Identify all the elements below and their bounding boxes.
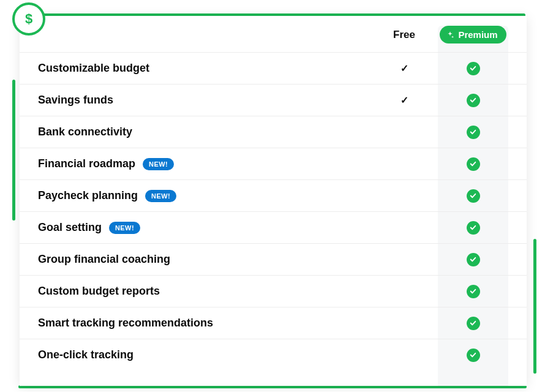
feature-name: Custom budget reports	[38, 285, 370, 298]
feature-name: Bank connectivity	[38, 126, 370, 138]
feature-label: Savings funds	[38, 94, 113, 107]
border-accent-right	[533, 239, 536, 374]
check-circle-icon	[467, 285, 480, 298]
feature-label: Paycheck planning	[38, 189, 138, 202]
feature-label: One-click tracking	[38, 349, 133, 361]
premium-cell	[438, 221, 508, 235]
check-circle-icon	[467, 221, 480, 235]
table-row: Goal settingNEW!	[20, 211, 527, 243]
premium-cell	[438, 285, 508, 298]
premium-cell	[438, 253, 508, 266]
feature-name: Smart tracking recommendations	[38, 317, 370, 330]
check-circle-icon	[467, 349, 480, 362]
feature-name: Savings funds	[38, 94, 370, 107]
premium-column-header: Premium	[438, 26, 508, 43]
premium-cell	[438, 157, 508, 171]
feature-label: Group financial coaching	[38, 253, 170, 266]
feature-name: Paycheck planningNEW!	[38, 189, 370, 202]
table-row: Paycheck planningNEW!	[20, 179, 527, 211]
new-badge: NEW!	[109, 222, 140, 234]
premium-badge-label: Premium	[458, 29, 497, 40]
check-icon: ✓	[400, 95, 408, 105]
table-row: One-click tracking	[20, 339, 527, 371]
check-circle-icon	[467, 62, 480, 75]
premium-cell	[438, 317, 508, 330]
feature-name: Financial roadmapNEW!	[38, 157, 370, 170]
table-row: Smart tracking recommendations	[20, 307, 527, 339]
check-circle-icon	[467, 157, 480, 171]
border-accent-left	[12, 80, 15, 221]
table-row: Financial roadmapNEW!	[20, 148, 527, 179]
check-circle-icon	[467, 189, 480, 203]
premium-cell	[438, 349, 508, 362]
table-row: Custom budget reports	[20, 275, 527, 307]
premium-badge: Premium	[440, 26, 506, 43]
feature-name: Goal settingNEW!	[38, 221, 370, 234]
check-circle-icon	[467, 253, 480, 266]
dollar-coin-icon: $	[12, 2, 45, 36]
feature-name: Group financial coaching	[38, 253, 370, 266]
sparkle-icon	[446, 31, 454, 39]
premium-cell	[438, 94, 508, 107]
feature-label: Smart tracking recommendations	[38, 317, 213, 330]
free-cell: ✓	[370, 62, 438, 74]
table-row: Bank connectivity	[20, 116, 527, 148]
feature-name: One-click tracking	[38, 349, 370, 361]
check-circle-icon	[467, 317, 480, 330]
premium-cell	[438, 189, 508, 203]
free-cell: ✓	[370, 94, 438, 106]
premium-cell	[438, 126, 508, 139]
check-circle-icon	[467, 126, 480, 139]
feature-label: Customizable budget	[38, 62, 149, 75]
feature-label: Goal setting	[38, 221, 102, 234]
check-icon: ✓	[400, 63, 408, 74]
table-row: Savings funds✓	[20, 84, 527, 116]
feature-rows: Customizable budget✓Savings funds✓Bank c…	[20, 52, 527, 371]
premium-cell	[438, 62, 508, 75]
feature-label: Custom budget reports	[38, 285, 160, 298]
column-headers: Free Premium	[20, 26, 527, 52]
feature-label: Financial roadmap	[38, 157, 135, 170]
feature-label: Bank connectivity	[38, 126, 132, 138]
check-circle-icon	[467, 94, 480, 107]
new-badge: NEW!	[145, 190, 176, 202]
new-badge: NEW!	[143, 158, 174, 170]
free-column-header: Free	[370, 29, 438, 41]
feature-name: Customizable budget	[38, 62, 370, 75]
table-row: Customizable budget✓	[20, 52, 527, 84]
table-row: Group financial coaching	[20, 243, 527, 275]
comparison-card: Free Premium Customizable budget✓Savings…	[20, 16, 527, 386]
